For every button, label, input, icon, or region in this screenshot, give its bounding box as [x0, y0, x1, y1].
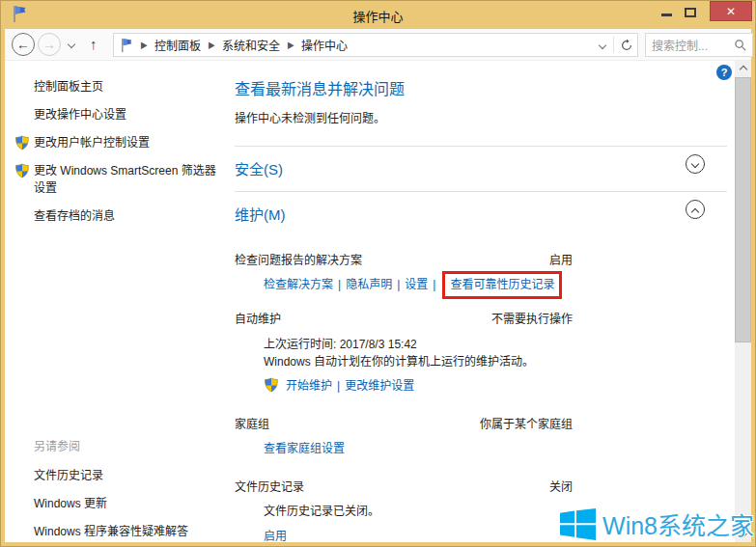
maintenance-section-header[interactable]: 维护(M) — [235, 192, 729, 236]
sidebar-item-change-action-center-settings[interactable]: 更改操作中心设置 — [34, 106, 221, 123]
sidebar-item-label: 更改用户帐户控制设置 — [34, 136, 150, 150]
search-input[interactable]: 搜索控制... — [652, 37, 734, 53]
chevron-down-icon — [691, 160, 699, 168]
link-separator: | — [338, 278, 341, 291]
homegroup-row: 家庭组 你属于某个家庭组 查看家庭组设置 — [235, 417, 729, 479]
breadcrumb-separator-icon: ▶ — [208, 40, 215, 50]
action-center-window: 操作中心 ✕ ← → ↑ ▶ 控制面板 ▶ 系统和安全 ▶ 操作中心 — [0, 0, 756, 547]
maintenance-section-title[interactable]: 维护(M) — [235, 206, 286, 223]
forward-button: → — [38, 33, 61, 56]
sidebar-item-file-history[interactable]: 文件历史记录 — [34, 466, 221, 482]
address-bar-divider — [613, 37, 614, 53]
check-solutions-link[interactable]: 检查解决方案 — [264, 278, 333, 291]
expand-security-button[interactable] — [686, 154, 705, 174]
sidebar-item-program-compatibility-troubleshooter[interactable]: Windows 程序兼容性疑难解答 — [34, 522, 221, 538]
security-section-title[interactable]: 安全(S) — [235, 161, 283, 178]
minimize-button[interactable] — [661, 14, 672, 16]
vertical-scrollbar[interactable] — [735, 61, 751, 542]
enable-file-history-link[interactable]: 启用 — [264, 530, 287, 542]
page-title: 查看最新消息并解决问题 — [235, 76, 729, 99]
address-dropdown-chevron-icon[interactable] — [599, 41, 606, 48]
uac-shield-icon — [14, 135, 30, 150]
breadcrumb-control-panel[interactable]: 控制面板 — [154, 37, 201, 53]
uac-shield-icon — [264, 377, 279, 393]
red-highlight-box: 查看可靠性历史记录 — [442, 271, 562, 299]
watermark-text: Win8系统之家 — [602, 506, 754, 541]
back-button[interactable]: ← — [12, 33, 35, 56]
scrollbar-thumb[interactable] — [735, 77, 751, 342]
up-button[interactable]: ↑ — [90, 36, 98, 52]
security-section-header[interactable]: 安全(S) — [235, 147, 729, 191]
breadcrumb-system-security[interactable]: 系统和安全 — [222, 37, 280, 53]
breadcrumb-flag-icon — [120, 38, 133, 53]
refresh-icon[interactable] — [620, 39, 633, 52]
auto-maintenance-row: 自动维护 不需要执行操作 上次运行时间: 2017/8/3 15:42 Wind… — [235, 312, 729, 417]
address-bar[interactable]: ▶ 控制面板 ▶ 系统和安全 ▶ 操作中心 — [113, 33, 638, 57]
last-run-time: 上次运行时间: 2017/8/3 15:42 — [264, 336, 729, 353]
auto-maintenance-description: Windows 自动计划在你的计算机上运行的维护活动。 — [264, 353, 729, 370]
windows-logo-icon — [560, 508, 596, 540]
title-bar: 操作中心 ✕ — [1, 1, 755, 29]
breadcrumb-separator-icon: ▶ — [140, 40, 148, 50]
see-also-group: 另请参阅 文件历史记录 Windows 更新 Windows 程序兼容性疑难解答 — [34, 437, 221, 542]
sidebar-item-label: 更改 Windows SmartScreen 筛选器设置 — [34, 164, 216, 195]
window-content: ← → ↑ ▶ 控制面板 ▶ 系统和安全 ▶ 操作中心 — [5, 29, 751, 542]
collapse-maintenance-button[interactable] — [686, 200, 705, 219]
link-separator: | — [433, 278, 435, 291]
recent-pages-chevron-icon[interactable] — [68, 41, 75, 48]
scroll-up-button[interactable] — [735, 61, 751, 77]
start-maintenance-link[interactable]: 开始维护 — [286, 379, 332, 393]
maximize-button[interactable] — [685, 8, 696, 17]
view-reliability-history-link[interactable]: 查看可靠性历史记录 — [450, 278, 554, 291]
settings-link[interactable]: 设置 — [405, 278, 428, 291]
search-box[interactable]: 搜索控制... — [645, 33, 753, 57]
change-maintenance-settings-link[interactable]: 更改维护设置 — [345, 379, 414, 393]
sidebar: 控制面板主页 更改操作中心设置 更改用户帐户控制设置 — [5, 61, 227, 542]
sidebar-item-view-archived-messages[interactable]: 查看存档的消息 — [34, 207, 221, 225]
main-content: ? 查看最新消息并解决问题 操作中心未检测到任何问题。 安全(S) 维护(M) — [227, 61, 735, 542]
solutions-status: 启用 — [235, 253, 573, 268]
breadcrumb-action-center[interactable]: 操作中心 — [301, 37, 348, 53]
maintenance-rows: 检查问题报告的解决方案 启用 检查解决方案|隐私声明|设置|查看可靠性历史记录 … — [235, 253, 729, 542]
breadcrumb-separator-icon: ▶ — [287, 40, 294, 50]
chevron-up-icon — [691, 208, 699, 216]
sidebar-item-change-uac-settings[interactable]: 更改用户帐户控制设置 — [34, 134, 221, 151]
auto-maintenance-status: 不需要执行操作 — [235, 312, 573, 327]
help-icon[interactable]: ? — [716, 65, 732, 80]
sidebar-item-control-panel-home[interactable]: 控制面板主页 — [34, 78, 221, 96]
sidebar-item-windows-update[interactable]: Windows 更新 — [34, 494, 221, 510]
view-homegroup-settings-link[interactable]: 查看家庭组设置 — [264, 442, 345, 455]
chevron-up-icon — [739, 66, 746, 73]
link-separator: | — [337, 379, 340, 393]
file-history-status: 关闭 — [235, 479, 573, 495]
search-icon[interactable] — [734, 39, 746, 51]
link-separator: | — [397, 278, 400, 291]
win8-watermark: Win8系统之家 — [560, 506, 754, 541]
navigation-bar: ← → ↑ ▶ 控制面板 ▶ 系统和安全 ▶ 操作中心 — [5, 29, 751, 61]
see-also-header: 另请参阅 — [34, 437, 221, 453]
uac-shield-icon — [14, 163, 30, 178]
page-body: 控制面板主页 更改操作中心设置 更改用户帐户控制设置 — [5, 61, 751, 542]
homegroup-status: 你属于某个家庭组 — [235, 417, 573, 432]
privacy-statement-link[interactable]: 隐私声明 — [346, 278, 392, 291]
status-message: 操作中心未检测到任何问题。 — [235, 109, 729, 125]
solutions-row: 检查问题报告的解决方案 启用 检查解决方案|隐私声明|设置|查看可靠性历史记录 — [235, 253, 729, 312]
close-button[interactable]: ✕ — [710, 1, 752, 21]
window-title: 操作中心 — [1, 7, 755, 25]
sidebar-item-change-smartscreen-settings[interactable]: 更改 Windows SmartScreen 筛选器设置 — [34, 162, 221, 197]
